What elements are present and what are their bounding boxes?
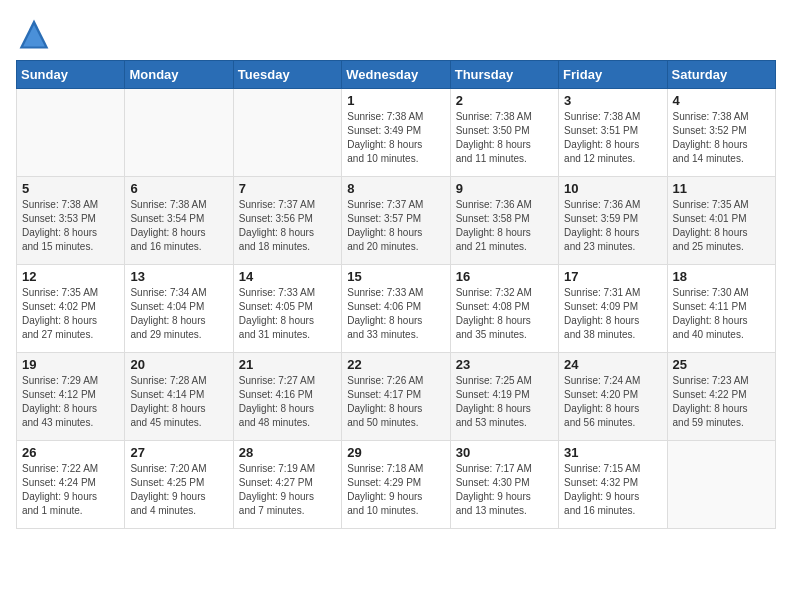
calendar-week-1: 1Sunrise: 7:38 AM Sunset: 3:49 PM Daylig… — [17, 89, 776, 177]
day-number: 11 — [673, 181, 770, 196]
day-number: 12 — [22, 269, 119, 284]
day-info: Sunrise: 7:32 AM Sunset: 4:08 PM Dayligh… — [456, 286, 553, 342]
weekday-header-thursday: Thursday — [450, 61, 558, 89]
calendar-cell — [17, 89, 125, 177]
day-info: Sunrise: 7:30 AM Sunset: 4:11 PM Dayligh… — [673, 286, 770, 342]
calendar-cell: 15Sunrise: 7:33 AM Sunset: 4:06 PM Dayli… — [342, 265, 450, 353]
day-number: 14 — [239, 269, 336, 284]
day-info: Sunrise: 7:34 AM Sunset: 4:04 PM Dayligh… — [130, 286, 227, 342]
weekday-header-row: SundayMondayTuesdayWednesdayThursdayFrid… — [17, 61, 776, 89]
calendar-cell — [125, 89, 233, 177]
day-info: Sunrise: 7:38 AM Sunset: 3:54 PM Dayligh… — [130, 198, 227, 254]
day-info: Sunrise: 7:37 AM Sunset: 3:57 PM Dayligh… — [347, 198, 444, 254]
day-number: 7 — [239, 181, 336, 196]
calendar-cell: 26Sunrise: 7:22 AM Sunset: 4:24 PM Dayli… — [17, 441, 125, 529]
calendar-cell: 14Sunrise: 7:33 AM Sunset: 4:05 PM Dayli… — [233, 265, 341, 353]
calendar-cell: 24Sunrise: 7:24 AM Sunset: 4:20 PM Dayli… — [559, 353, 667, 441]
calendar-cell: 17Sunrise: 7:31 AM Sunset: 4:09 PM Dayli… — [559, 265, 667, 353]
day-number: 6 — [130, 181, 227, 196]
day-number: 16 — [456, 269, 553, 284]
day-info: Sunrise: 7:36 AM Sunset: 3:58 PM Dayligh… — [456, 198, 553, 254]
logo — [16, 16, 56, 52]
calendar-cell: 2Sunrise: 7:38 AM Sunset: 3:50 PM Daylig… — [450, 89, 558, 177]
day-info: Sunrise: 7:17 AM Sunset: 4:30 PM Dayligh… — [456, 462, 553, 518]
day-number: 5 — [22, 181, 119, 196]
calendar-cell: 19Sunrise: 7:29 AM Sunset: 4:12 PM Dayli… — [17, 353, 125, 441]
weekday-header-saturday: Saturday — [667, 61, 775, 89]
calendar-cell: 29Sunrise: 7:18 AM Sunset: 4:29 PM Dayli… — [342, 441, 450, 529]
day-number: 15 — [347, 269, 444, 284]
calendar-cell: 3Sunrise: 7:38 AM Sunset: 3:51 PM Daylig… — [559, 89, 667, 177]
day-info: Sunrise: 7:33 AM Sunset: 4:06 PM Dayligh… — [347, 286, 444, 342]
day-number: 8 — [347, 181, 444, 196]
weekday-header-friday: Friday — [559, 61, 667, 89]
day-number: 25 — [673, 357, 770, 372]
day-info: Sunrise: 7:29 AM Sunset: 4:12 PM Dayligh… — [22, 374, 119, 430]
day-info: Sunrise: 7:38 AM Sunset: 3:53 PM Dayligh… — [22, 198, 119, 254]
calendar-cell: 16Sunrise: 7:32 AM Sunset: 4:08 PM Dayli… — [450, 265, 558, 353]
calendar-cell: 20Sunrise: 7:28 AM Sunset: 4:14 PM Dayli… — [125, 353, 233, 441]
day-number: 20 — [130, 357, 227, 372]
day-number: 23 — [456, 357, 553, 372]
calendar-cell: 1Sunrise: 7:38 AM Sunset: 3:49 PM Daylig… — [342, 89, 450, 177]
day-number: 28 — [239, 445, 336, 460]
calendar-table: SundayMondayTuesdayWednesdayThursdayFrid… — [16, 60, 776, 529]
day-info: Sunrise: 7:26 AM Sunset: 4:17 PM Dayligh… — [347, 374, 444, 430]
day-info: Sunrise: 7:28 AM Sunset: 4:14 PM Dayligh… — [130, 374, 227, 430]
day-number: 1 — [347, 93, 444, 108]
calendar-cell: 7Sunrise: 7:37 AM Sunset: 3:56 PM Daylig… — [233, 177, 341, 265]
calendar-week-5: 26Sunrise: 7:22 AM Sunset: 4:24 PM Dayli… — [17, 441, 776, 529]
day-number: 18 — [673, 269, 770, 284]
calendar-cell: 10Sunrise: 7:36 AM Sunset: 3:59 PM Dayli… — [559, 177, 667, 265]
day-number: 9 — [456, 181, 553, 196]
calendar-week-3: 12Sunrise: 7:35 AM Sunset: 4:02 PM Dayli… — [17, 265, 776, 353]
day-info: Sunrise: 7:25 AM Sunset: 4:19 PM Dayligh… — [456, 374, 553, 430]
calendar-cell: 12Sunrise: 7:35 AM Sunset: 4:02 PM Dayli… — [17, 265, 125, 353]
day-info: Sunrise: 7:35 AM Sunset: 4:01 PM Dayligh… — [673, 198, 770, 254]
day-number: 29 — [347, 445, 444, 460]
day-info: Sunrise: 7:38 AM Sunset: 3:50 PM Dayligh… — [456, 110, 553, 166]
day-info: Sunrise: 7:23 AM Sunset: 4:22 PM Dayligh… — [673, 374, 770, 430]
weekday-header-wednesday: Wednesday — [342, 61, 450, 89]
calendar-week-4: 19Sunrise: 7:29 AM Sunset: 4:12 PM Dayli… — [17, 353, 776, 441]
day-info: Sunrise: 7:36 AM Sunset: 3:59 PM Dayligh… — [564, 198, 661, 254]
calendar-cell: 18Sunrise: 7:30 AM Sunset: 4:11 PM Dayli… — [667, 265, 775, 353]
day-info: Sunrise: 7:38 AM Sunset: 3:51 PM Dayligh… — [564, 110, 661, 166]
calendar-cell: 30Sunrise: 7:17 AM Sunset: 4:30 PM Dayli… — [450, 441, 558, 529]
day-info: Sunrise: 7:33 AM Sunset: 4:05 PM Dayligh… — [239, 286, 336, 342]
day-number: 21 — [239, 357, 336, 372]
calendar-cell: 22Sunrise: 7:26 AM Sunset: 4:17 PM Dayli… — [342, 353, 450, 441]
day-number: 27 — [130, 445, 227, 460]
calendar-cell: 27Sunrise: 7:20 AM Sunset: 4:25 PM Dayli… — [125, 441, 233, 529]
day-number: 26 — [22, 445, 119, 460]
calendar-cell: 5Sunrise: 7:38 AM Sunset: 3:53 PM Daylig… — [17, 177, 125, 265]
day-info: Sunrise: 7:24 AM Sunset: 4:20 PM Dayligh… — [564, 374, 661, 430]
calendar-cell: 6Sunrise: 7:38 AM Sunset: 3:54 PM Daylig… — [125, 177, 233, 265]
calendar-cell: 4Sunrise: 7:38 AM Sunset: 3:52 PM Daylig… — [667, 89, 775, 177]
day-info: Sunrise: 7:31 AM Sunset: 4:09 PM Dayligh… — [564, 286, 661, 342]
weekday-header-monday: Monday — [125, 61, 233, 89]
day-info: Sunrise: 7:38 AM Sunset: 3:49 PM Dayligh… — [347, 110, 444, 166]
day-info: Sunrise: 7:19 AM Sunset: 4:27 PM Dayligh… — [239, 462, 336, 518]
day-number: 4 — [673, 93, 770, 108]
day-number: 10 — [564, 181, 661, 196]
day-info: Sunrise: 7:38 AM Sunset: 3:52 PM Dayligh… — [673, 110, 770, 166]
day-number: 31 — [564, 445, 661, 460]
page-header — [16, 16, 776, 52]
day-info: Sunrise: 7:37 AM Sunset: 3:56 PM Dayligh… — [239, 198, 336, 254]
day-info: Sunrise: 7:18 AM Sunset: 4:29 PM Dayligh… — [347, 462, 444, 518]
weekday-header-tuesday: Tuesday — [233, 61, 341, 89]
calendar-cell: 25Sunrise: 7:23 AM Sunset: 4:22 PM Dayli… — [667, 353, 775, 441]
calendar-cell: 28Sunrise: 7:19 AM Sunset: 4:27 PM Dayli… — [233, 441, 341, 529]
calendar-cell: 11Sunrise: 7:35 AM Sunset: 4:01 PM Dayli… — [667, 177, 775, 265]
day-number: 24 — [564, 357, 661, 372]
day-number: 30 — [456, 445, 553, 460]
calendar-week-2: 5Sunrise: 7:38 AM Sunset: 3:53 PM Daylig… — [17, 177, 776, 265]
day-number: 22 — [347, 357, 444, 372]
day-number: 3 — [564, 93, 661, 108]
day-info: Sunrise: 7:35 AM Sunset: 4:02 PM Dayligh… — [22, 286, 119, 342]
calendar-cell: 9Sunrise: 7:36 AM Sunset: 3:58 PM Daylig… — [450, 177, 558, 265]
day-number: 19 — [22, 357, 119, 372]
calendar-cell: 23Sunrise: 7:25 AM Sunset: 4:19 PM Dayli… — [450, 353, 558, 441]
calendar-cell: 8Sunrise: 7:37 AM Sunset: 3:57 PM Daylig… — [342, 177, 450, 265]
